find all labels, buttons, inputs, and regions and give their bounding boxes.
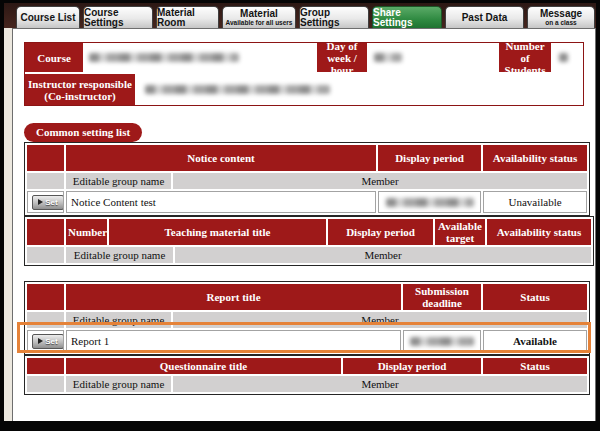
tab-material-all-users[interactable]: Material Available for all users (222, 6, 296, 28)
material-status-header: Availability status (487, 219, 591, 245)
questionnaire-period-header: Display period (343, 358, 481, 374)
tab-message[interactable]: Message on a class (527, 6, 595, 28)
tab-label: Message (540, 9, 582, 19)
notice-row-period (378, 191, 481, 213)
set-button[interactable]: Set (32, 195, 64, 210)
redacted-display-period (386, 198, 474, 207)
report-table: Report title Submission deadline Status … (24, 281, 590, 355)
set-button[interactable]: Set (32, 334, 64, 349)
material-target-header: Available target (435, 219, 485, 245)
member-header: Member (175, 247, 591, 263)
editable-group-name-header: Editable group name (66, 376, 171, 392)
instructor-value (137, 74, 583, 105)
member-header: Member (173, 376, 587, 392)
subheader-corner-cell (27, 312, 64, 328)
editable-group-name-header: Editable group name (66, 173, 171, 189)
play-icon (38, 338, 43, 344)
notice-status-header: Availability status (483, 145, 587, 171)
redacted-course-name (89, 53, 239, 62)
instructor-label: Instructor responsible (Co-instructor) (25, 74, 135, 105)
subheader-corner-cell (27, 247, 64, 263)
editable-group-name-header: Editable group name (66, 312, 171, 328)
report-row-status: Available (483, 330, 587, 352)
redacted-instructor-value (145, 85, 330, 94)
tab-past-data[interactable]: Past Data (445, 6, 524, 28)
course-info-form: Course Day of week / hour Number of Stud… (24, 42, 584, 106)
tab-sublabel: on a class (545, 19, 576, 26)
notice-period-header: Display period (378, 145, 481, 171)
tab-label: Course Settings (84, 8, 152, 28)
report-row-action-cell: Set (27, 330, 64, 352)
report-deadline-header: Submission deadline (403, 284, 481, 310)
notice-row-action-cell: Set (27, 191, 64, 213)
tab-label: Group Settings (300, 8, 368, 28)
subheader-corner-cell (27, 173, 64, 189)
tab-bar: Course List Course Settings Material Roo… (4, 3, 596, 28)
tab-group-settings[interactable]: Group Settings (299, 6, 369, 28)
number-of-students-value (553, 43, 583, 72)
member-header: Member (173, 173, 587, 189)
subheader-corner-cell (27, 376, 64, 392)
report-corner-cell (27, 284, 64, 310)
notice-title-header: Notice content (66, 145, 376, 171)
number-of-students-label: Number of Students (499, 43, 551, 72)
day-of-week-value (369, 43, 497, 72)
app-window: Course List Course Settings Material Roo… (0, 0, 600, 431)
report-row-deadline (403, 330, 481, 352)
common-setting-list-button[interactable]: Common setting list (24, 123, 142, 142)
play-icon (38, 199, 43, 205)
tab-label: Share Settings (373, 8, 441, 28)
redacted-students-value (559, 53, 568, 62)
tab-course-list[interactable]: Course List (16, 6, 80, 28)
main-panel: Course Day of week / hour Number of Stud… (12, 28, 596, 422)
tab-label: Material (240, 9, 278, 19)
day-of-week-label: Day of week / hour (317, 43, 367, 72)
editable-group-name-header: Editable group name (66, 247, 173, 263)
material-corner-cell (27, 219, 64, 245)
notice-row-title: Notice Content test (66, 191, 376, 213)
course-label: Course (25, 43, 83, 72)
questionnaire-title-header: Questionnaire title (66, 358, 341, 374)
member-header: Member (173, 312, 587, 328)
notice-row-status: Unavailable (483, 191, 587, 213)
material-period-header: Display period (328, 219, 433, 245)
redacted-day-value (374, 53, 402, 62)
tab-label: Course List (20, 13, 75, 23)
material-number-header: Number (66, 219, 107, 245)
tab-course-settings[interactable]: Course Settings (83, 6, 153, 28)
tab-label: Past Data (462, 13, 508, 23)
set-button-label: Set (45, 198, 57, 207)
questionnaire-status-header: Status (483, 358, 587, 374)
tab-label: Material Room (157, 8, 218, 28)
report-status-header: Status (483, 284, 587, 310)
set-button-label: Set (45, 337, 57, 346)
report-title-header: Report title (66, 284, 401, 310)
tab-sublabel: Available for all users (226, 19, 293, 26)
material-title-header: Teaching material title (109, 219, 326, 245)
redacted-submission-deadline (410, 337, 474, 346)
tab-share-settings[interactable]: Share Settings (372, 6, 442, 28)
teaching-material-table: Number Teaching material title Display p… (24, 216, 594, 266)
course-value (85, 43, 315, 72)
notice-corner-cell (27, 145, 64, 171)
questionnaire-corner-cell (27, 358, 64, 374)
tab-material-room[interactable]: Material Room (156, 6, 219, 28)
questionnaire-table: Questionnaire title Display period Statu… (24, 355, 590, 395)
notice-table: Notice content Display period Availabili… (24, 142, 590, 216)
report-table-wrapper: Report title Submission deadline Status … (13, 281, 595, 355)
report-row-title: Report 1 (66, 330, 401, 352)
